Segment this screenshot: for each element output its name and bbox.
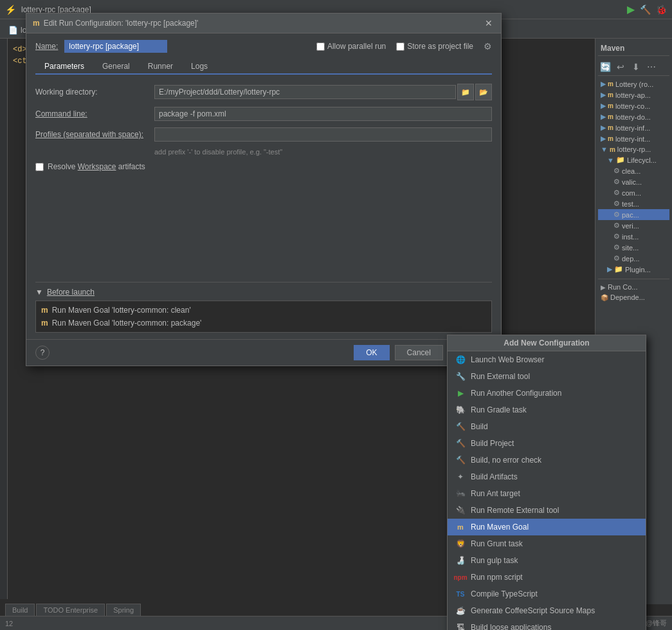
- maven-more-btn[interactable]: ⋯: [644, 60, 658, 74]
- command-line-label: Command line:: [35, 109, 154, 118]
- menu-item-run-grunt-task[interactable]: 🦁 Run Grunt task: [448, 535, 646, 552]
- menu-item-label: Run Maven Goal: [471, 523, 529, 532]
- menu-item-label: Compile TypeScript: [471, 589, 538, 598]
- menu-item-label: Generate CoffeeScript Source Maps: [471, 606, 595, 615]
- maven-run-config[interactable]: ▶ Run Co...: [598, 282, 669, 292]
- maven-item-test[interactable]: ⚙ test...: [598, 198, 669, 209]
- tab-general[interactable]: General: [93, 59, 139, 75]
- run-icon[interactable]: ▶: [627, 3, 635, 15]
- before-launch-section: ▼ Before launch m Run Maven Goal 'lotter…: [35, 282, 492, 333]
- menu-item-generate-coffeescript[interactable]: ☕ Generate CoffeeScript Source Maps: [448, 602, 646, 619]
- menu-item-run-external-tool[interactable]: 🔧 Run External tool: [448, 368, 646, 385]
- menu-item-run-gradle-task[interactable]: 🐘 Run Gradle task: [448, 402, 646, 418]
- bottom-tab-spring[interactable]: Spring: [106, 604, 141, 616]
- before-launch-header[interactable]: ▼ Before launch: [35, 288, 492, 297]
- launch-item-0[interactable]: m Run Maven Goal 'lottery-common: clean': [39, 304, 489, 317]
- store-project-label: Store as project file: [396, 42, 473, 51]
- maven-refresh-btn[interactable]: 🔄: [598, 60, 612, 74]
- maven-item-valic[interactable]: ⚙ valic...: [598, 176, 669, 187]
- menu-item-run-another-config[interactable]: ▶ Run Another Configuration: [448, 385, 646, 402]
- store-project-checkbox[interactable]: [396, 42, 404, 51]
- tab-icon: 📄: [8, 26, 18, 35]
- ant-icon: 🐜: [455, 488, 466, 499]
- menu-item-run-remote-external[interactable]: 🔌 Run Remote External tool: [448, 502, 646, 519]
- maven-item-plugins[interactable]: ▶ 📁 Plugin...: [598, 264, 669, 275]
- ts-icon: TS: [455, 589, 466, 599]
- dialog-icon: m: [33, 19, 40, 28]
- menu-item-run-gulp-task[interactable]: 🍶 Run gulp task: [448, 552, 646, 569]
- menu-item-build-no-error[interactable]: 🔨 Build, no error check: [448, 452, 646, 468]
- maven-item-site[interactable]: ⚙ site...: [598, 242, 669, 253]
- allow-parallel-text: Allow parallel run: [327, 42, 386, 51]
- collapse-icon: ▼: [35, 288, 43, 297]
- bottom-tab-todo[interactable]: TODO Enterprise: [36, 604, 105, 616]
- allow-parallel-label: Allow parallel run: [316, 42, 386, 51]
- bottom-tab-build[interactable]: Build: [5, 604, 35, 616]
- name-label: Name:: [35, 42, 58, 51]
- bottom-tabs: Build TODO Enterprise Spring: [0, 599, 146, 616]
- gradle-icon: 🐘: [455, 405, 466, 415]
- menu-item-run-maven-goal[interactable]: m Run Maven Goal: [448, 519, 646, 535]
- name-input[interactable]: [64, 40, 167, 53]
- menu-item-build-project[interactable]: 🔨 Build Project: [448, 435, 646, 452]
- debug-icon[interactable]: 🐞: [656, 5, 667, 15]
- maven-item-lifecycle[interactable]: ▼ 📁 Lifecycl...: [598, 154, 669, 165]
- launch-item-1[interactable]: m Run Maven Goal 'lottery-common: packag…: [39, 317, 489, 329]
- profiles-row: Profiles (separated with space):: [35, 127, 492, 142]
- before-launch-label: Before launch: [47, 288, 95, 297]
- menu-item-run-ant-target[interactable]: 🐜 Run Ant target: [448, 485, 646, 502]
- menu-item-label: Run Another Configuration: [471, 389, 561, 398]
- profiles-input[interactable]: [154, 127, 492, 142]
- build-icon: 🏗: [455, 622, 466, 630]
- working-directory-input[interactable]: [154, 85, 456, 99]
- maven-item-lottery-do[interactable]: ▶ m lottery-do...: [598, 111, 669, 122]
- working-directory-browse-btn[interactable]: 📂: [475, 84, 492, 100]
- maven-item-lottery-ap[interactable]: ▶ m lottery-ap...: [598, 89, 669, 100]
- menu-item-build-loose[interactable]: 🏗 Build loose applications: [448, 619, 646, 630]
- menu-item-label: Build, no error check: [471, 456, 541, 465]
- menu-item-compile-typescript[interactable]: TS Compile TypeScript: [448, 586, 646, 602]
- menu-item-launch-web-browser[interactable]: 🌐 Launch Web Browser: [448, 351, 646, 368]
- working-directory-folder-btn[interactable]: 📁: [457, 84, 474, 100]
- maven-item-lottery-rp[interactable]: ▼ m lottery-rp...: [598, 144, 669, 154]
- dialog-close-button[interactable]: ✕: [483, 17, 495, 29]
- menu-item-build-artifacts[interactable]: ✦ Build Artifacts: [448, 468, 646, 485]
- before-launch-list: m Run Maven Goal 'lottery-common: clean'…: [35, 301, 492, 333]
- tab-logs[interactable]: Logs: [182, 59, 217, 75]
- maven-item-dep[interactable]: ⚙ dep...: [598, 253, 669, 264]
- cancel-button[interactable]: Cancel: [395, 345, 443, 360]
- maven-item-lottery[interactable]: ▶ m Lottery (ro...: [598, 79, 669, 89]
- parameters-content: Working directory: 📁 📂 Command line: Pro…: [35, 84, 492, 277]
- maven-item-package[interactable]: ⚙ pac...: [598, 209, 669, 220]
- maven-item-lottery-int[interactable]: ▶ m lottery-int...: [598, 133, 669, 144]
- menu-item-label: Build loose applications: [471, 623, 551, 630]
- menu-item-build[interactable]: 🔨 Build: [448, 418, 646, 435]
- maven-download-btn[interactable]: ⬇: [629, 60, 643, 74]
- maven-item-veri[interactable]: ⚙ veri...: [598, 220, 669, 231]
- maven-item-clean[interactable]: ⚙ clea...: [598, 165, 669, 176]
- allow-parallel-checkbox[interactable]: [316, 42, 325, 51]
- gulp-icon: 🍶: [455, 555, 466, 566]
- cube-icon: ✦: [455, 472, 466, 482]
- menu-item-run-npm-script[interactable]: npm Run npm script: [448, 569, 646, 586]
- maven-item-lottery-co[interactable]: ▶ m lottery-co...: [598, 100, 669, 111]
- ok-button[interactable]: OK: [354, 345, 389, 360]
- settings-gear-button[interactable]: ⚙: [484, 41, 492, 51]
- maven-item-com[interactable]: ⚙ com...: [598, 187, 669, 198]
- dropdown-header: Add New Configuration: [448, 335, 646, 351]
- help-button[interactable]: ?: [35, 346, 50, 360]
- menu-item-label: Run External tool: [471, 372, 530, 381]
- command-line-input[interactable]: [154, 107, 492, 121]
- build-icon[interactable]: 🔨: [640, 5, 651, 15]
- name-row: Name: Allow parallel run Store as projec…: [35, 40, 492, 53]
- maven-depends[interactable]: 📦 Depende...: [598, 292, 669, 302]
- tab-parameters[interactable]: Parameters: [35, 59, 93, 75]
- maven-item-inst[interactable]: ⚙ inst...: [598, 231, 669, 242]
- maven-reimport-btn[interactable]: ↩: [613, 60, 628, 74]
- menu-item-label: Build Project: [471, 439, 514, 448]
- resolve-workspace-checkbox[interactable]: [35, 163, 44, 171]
- dialog-titlebar: m Edit Run Configuration: 'lottery-rpc […: [26, 14, 501, 33]
- maven-item-lottery-inf[interactable]: ▶ m lottery-inf...: [598, 122, 669, 133]
- tab-runner[interactable]: Runner: [139, 59, 182, 75]
- maven-toolbar: 🔄 ↩ ⬇ ⋯: [598, 59, 669, 76]
